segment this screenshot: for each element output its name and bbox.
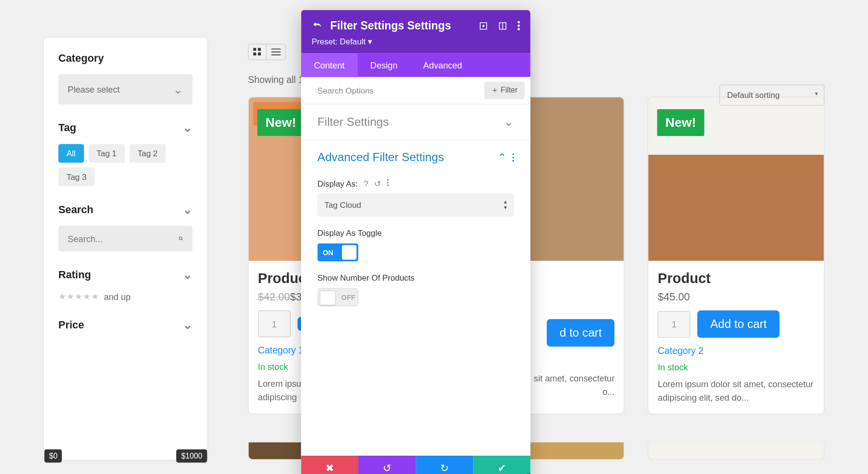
cancel-button[interactable]: ✖ [301, 456, 358, 474]
display-as-label: Display As: [317, 179, 358, 188]
help-icon[interactable]: ? [364, 179, 368, 188]
add-to-cart-button[interactable]: Add to cart [697, 311, 779, 338]
columns-icon[interactable] [498, 21, 507, 30]
undo-button[interactable]: ↺ [358, 456, 416, 474]
price-old: $42.00 [258, 291, 290, 303]
svg-line-1 [181, 239, 182, 240]
new-badge: New! [657, 109, 704, 136]
svg-point-19 [387, 179, 389, 181]
category-placeholder: Please select [68, 84, 120, 95]
price-min-handle[interactable]: $0 [44, 449, 62, 463]
chevron-down-icon: ⌄ [183, 268, 193, 282]
tag-heading[interactable]: Tag ⌄ [58, 121, 192, 135]
sort-select[interactable]: Default sorting [719, 84, 825, 106]
category-heading: Category [58, 53, 192, 65]
category-select[interactable]: Please select ⌄ [58, 74, 192, 105]
product-category-link[interactable]: Category 2 [658, 346, 814, 357]
chevron-down-icon: ⌄ [183, 203, 193, 217]
sidebar: Category Please select ⌄ Tag ⌄ All Tag 1… [44, 38, 207, 460]
view-toggle [248, 44, 286, 60]
reset-icon[interactable]: ↺ [374, 179, 381, 188]
search-heading[interactable]: Search ⌄ [58, 203, 192, 217]
more-icon[interactable] [387, 179, 389, 186]
tag-cloud: All Tag 1 Tag 2 Tag 3 [58, 144, 192, 186]
svg-rect-3 [258, 48, 261, 51]
more-icon[interactable] [517, 21, 520, 30]
svg-point-18 [512, 160, 514, 162]
product-stock: In stock [658, 362, 814, 372]
section-filter-settings[interactable]: Filter Settings ⌄ [301, 105, 530, 140]
results-count: Showing all 1 [248, 75, 303, 85]
section-filter-label: Filter Settings [317, 115, 389, 129]
section-advanced-filter[interactable]: Advanced Filter Settings ⌃ [301, 139, 530, 175]
rating-suffix: and up [104, 291, 131, 301]
svg-point-10 [483, 25, 484, 27]
preset-selector[interactable]: Preset: Default ▾ [312, 37, 520, 46]
modal-tabs: Content Design Advanced [301, 53, 530, 77]
redo-button[interactable]: ↻ [416, 456, 473, 474]
tag-title: Tag [58, 122, 76, 134]
svg-point-20 [387, 182, 389, 184]
chevron-down-icon: ⌄ [183, 318, 193, 332]
sort-label: Default sorting [727, 91, 780, 100]
display-toggle-label: Display As Toggle [317, 228, 381, 237]
chevron-down-icon: ⌄ [504, 115, 514, 129]
expand-icon[interactable] [479, 21, 488, 30]
section-advanced-label: Advanced Filter Settings [317, 150, 444, 164]
product-card-peek [648, 442, 824, 460]
quantity-input[interactable]: 1 [258, 311, 291, 338]
more-icon[interactable] [512, 153, 514, 162]
svg-point-13 [517, 21, 520, 24]
tag-item-3[interactable]: Tag 3 [58, 167, 95, 186]
stars-icon: ★★★★★ [58, 291, 99, 302]
new-badge: New! [258, 109, 304, 136]
svg-point-15 [517, 28, 520, 30]
svg-point-21 [387, 184, 389, 186]
product-card: New! Product $45.00 1 Add to cart Catego… [648, 97, 824, 414]
tab-advanced[interactable]: Advanced [410, 53, 475, 77]
display-as-toggle[interactable]: ON [317, 244, 358, 262]
grid-view-button[interactable] [248, 44, 267, 59]
list-view-button[interactable] [267, 44, 285, 59]
list-icon [271, 48, 281, 56]
product-description: Lorem ipsum dolor sit amet, consectetura… [658, 378, 814, 404]
settings-modal: Filter Settings Settings Preset: Default… [301, 10, 530, 474]
display-as-select[interactable]: Tag Cloud ▴▾ [317, 193, 514, 217]
price-max-handle[interactable]: $1000 [176, 449, 207, 463]
tab-content[interactable]: Content [301, 53, 357, 77]
add-to-cart-button[interactable]: d to cart [547, 319, 615, 347]
show-number-toggle[interactable]: OFF [317, 288, 358, 307]
display-as-value: Tag Cloud [325, 200, 361, 209]
show-number-label: Show Number Of Products [317, 273, 414, 282]
price-heading[interactable]: Price ⌄ [58, 318, 192, 332]
rating-filter[interactable]: ★★★★★ and up [58, 291, 192, 302]
price-title: Price [58, 319, 84, 331]
product-image: New! [649, 97, 824, 261]
svg-point-17 [512, 156, 514, 158]
modal-title: Filter Settings Settings [330, 19, 451, 32]
save-button[interactable]: ✔ [473, 456, 530, 474]
svg-rect-5 [258, 53, 261, 55]
price-now: $45.00 [658, 291, 690, 303]
add-filter-button[interactable]: ＋ Filter [484, 81, 525, 99]
search-icon [178, 233, 183, 244]
price-slider[interactable]: $0 $1000 [44, 449, 207, 463]
search-box [58, 226, 192, 251]
svg-point-16 [512, 153, 514, 155]
rating-heading[interactable]: Rating ⌄ [58, 268, 192, 282]
chevron-down-icon: ⌄ [183, 121, 193, 135]
updown-icon: ▴▾ [504, 199, 507, 211]
search-input[interactable] [68, 234, 178, 244]
tag-item-all[interactable]: All [58, 144, 84, 163]
search-options-label: Search Options [307, 86, 374, 95]
svg-point-14 [517, 25, 520, 27]
quantity-input[interactable]: 1 [658, 311, 691, 338]
category-title: Category [58, 53, 104, 65]
chevron-down-icon: ⌄ [173, 82, 183, 96]
tag-item-1[interactable]: Tag 1 [88, 144, 124, 163]
tab-design[interactable]: Design [357, 53, 410, 77]
undo-icon[interactable] [312, 20, 322, 31]
tag-item-2[interactable]: Tag 2 [129, 144, 165, 163]
svg-point-0 [179, 237, 182, 240]
grid-icon [253, 48, 261, 56]
